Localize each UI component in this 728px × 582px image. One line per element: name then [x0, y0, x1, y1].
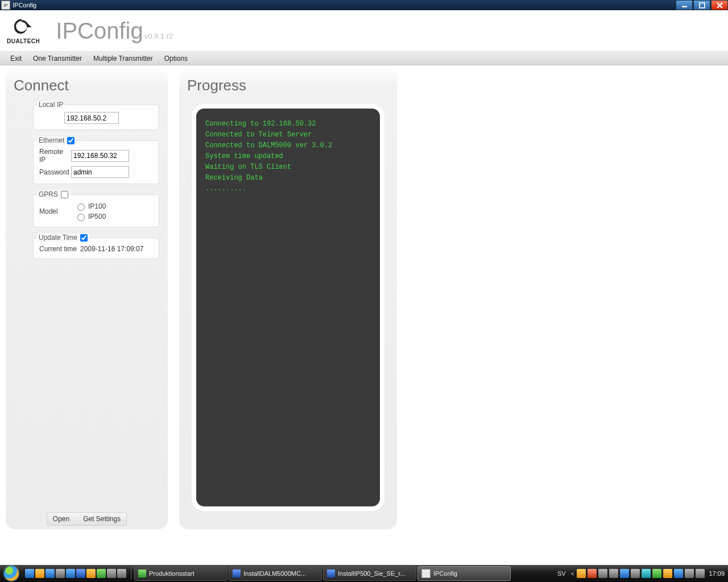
connect-buttonrow: Open Get Settings	[6, 512, 168, 526]
app-header: DUALTECH IPConfigv0.9.1 r2	[0, 10, 728, 51]
taskbar-item-label: InstallIP500_Sie_SE_r...	[338, 570, 406, 577]
remote-ip-label: Remote IP	[39, 148, 71, 164]
ql-ie-icon[interactable]	[46, 569, 55, 578]
ql-icon-2[interactable]	[35, 569, 44, 578]
taskbar-item-installdalm[interactable]: InstallDALM5000MC...	[229, 566, 322, 581]
tray-icon-3[interactable]	[598, 569, 607, 578]
quicklaunch	[23, 569, 129, 578]
menubar: Exit One Transmitter Multiple Transmitte…	[0, 51, 728, 65]
taskbar-item-produktionsstart[interactable]: Produktionsstart	[134, 566, 228, 581]
update-time-group: Update Time Current time 2009-11-16 17:0…	[33, 238, 159, 259]
model-label: Model	[39, 207, 65, 215]
ql-icon-8[interactable]	[97, 569, 106, 578]
ql-icon-4[interactable]	[56, 569, 65, 578]
taskbar-item-icon	[233, 569, 241, 577]
close-button[interactable]	[711, 0, 728, 10]
get-settings-button[interactable]: Get Settings	[81, 514, 123, 523]
taskbar-item-label: Produktionsstart	[149, 570, 194, 577]
ql-icon-9[interactable]	[107, 569, 116, 578]
tray-clock[interactable]: 17:09	[709, 570, 725, 577]
gprs-group: GPRS Model IP100 IP500	[33, 194, 159, 227]
gprs-label: GPRS	[39, 190, 58, 198]
password-label: Password	[39, 168, 71, 176]
ethernet-checkbox[interactable]	[67, 137, 75, 144]
brand-text: DUALTECH	[7, 38, 40, 44]
update-time-label: Update Time	[39, 234, 77, 242]
app-window: IP IPConfig DUALTECH IPConfigv0.9.1 r2	[0, 0, 728, 582]
taskbar: Produktionsstart InstallDALM5000MC... In…	[0, 565, 728, 582]
menu-options[interactable]: Options	[159, 52, 193, 65]
taskbar-item-installip500[interactable]: InstallIP500_Sie_SE_r...	[323, 566, 416, 581]
start-orb-icon	[4, 566, 19, 581]
local-ip-input[interactable]	[64, 112, 119, 124]
ql-icon-7[interactable]	[86, 569, 96, 578]
model-ip100-label: IP100	[88, 202, 106, 210]
tray-icon-8[interactable]	[652, 569, 661, 578]
ql-icon-5[interactable]	[66, 569, 75, 578]
model-ip100-option[interactable]: IP100	[75, 202, 106, 211]
taskbar-item-icon	[421, 569, 431, 578]
gprs-checkbox[interactable]	[61, 191, 68, 198]
local-ip-label: Local IP	[37, 101, 65, 109]
progress-panel: Progress Connecting to 192.168.50.32 Con…	[179, 69, 397, 529]
ql-cmd-icon[interactable]	[117, 569, 126, 578]
open-button[interactable]: Open	[51, 514, 72, 523]
maximize-button[interactable]	[693, 0, 710, 10]
progress-title: Progress	[187, 77, 389, 94]
app-name: IPConfig	[56, 18, 143, 43]
ql-word-icon[interactable]	[76, 569, 85, 578]
dualtech-logo: DUALTECH	[7, 18, 40, 44]
model-ip500-radio[interactable]	[77, 214, 85, 221]
tray-icon-2[interactable]	[588, 569, 597, 578]
local-ip-group: Local IP	[33, 105, 159, 130]
model-ip500-label: IP500	[88, 213, 106, 221]
tray-volume-icon[interactable]	[696, 569, 705, 578]
app-version: v0.9.1 r2	[144, 32, 173, 40]
ethernet-group: Ethernet Remote IP Password	[33, 140, 159, 184]
password-input[interactable]	[71, 166, 129, 178]
taskbar-item-icon	[327, 569, 335, 577]
taskbar-item-label: InstallDALM5000MC...	[243, 570, 306, 577]
client-area: DUALTECH IPConfigv0.9.1 r2 Exit One Tran…	[0, 10, 728, 565]
taskbar-item-label: IPConfig	[433, 570, 457, 577]
tray-icon-10[interactable]	[674, 569, 683, 578]
tray-icon-6[interactable]	[631, 569, 640, 578]
connect-panel: Connect Local IP Ethernet Remote IP	[6, 69, 168, 529]
progress-terminal: Connecting to 192.168.50.32 Connected to…	[196, 109, 380, 506]
menu-multiple-transmitter[interactable]: Multiple Transmitter	[88, 52, 159, 65]
svg-rect-1	[700, 3, 705, 8]
menu-exit[interactable]: Exit	[5, 52, 27, 65]
language-indicator[interactable]: SV	[557, 570, 566, 577]
ql-show-desktop-icon[interactable]	[25, 569, 34, 578]
system-tray: SV < 17:09	[557, 569, 728, 578]
taskbar-separator	[131, 567, 131, 580]
tray-icon-7[interactable]	[642, 569, 651, 578]
update-time-checkbox[interactable]	[80, 234, 88, 242]
minimize-button[interactable]	[676, 0, 693, 10]
taskbar-item-icon	[138, 569, 146, 577]
remote-ip-input[interactable]	[71, 150, 129, 162]
model-ip500-option[interactable]: IP500	[75, 212, 106, 221]
logo-icon	[10, 18, 37, 37]
tray-icon-4[interactable]	[609, 569, 618, 578]
tray-icon-5[interactable]	[620, 569, 629, 578]
app-icon: IP	[1, 1, 10, 10]
titlebar: IP IPConfig	[0, 0, 728, 10]
tray-icon-1[interactable]	[577, 569, 586, 578]
window-title: IPConfig	[13, 2, 36, 9]
workarea: Connect Local IP Ethernet Remote IP	[0, 64, 728, 565]
tray-network-icon[interactable]	[685, 569, 694, 578]
ethernet-label: Ethernet	[39, 136, 64, 144]
taskbar-item-ipconfig[interactable]: IPConfig	[417, 566, 511, 581]
start-button[interactable]	[0, 565, 23, 582]
menu-one-transmitter[interactable]: One Transmitter	[27, 52, 88, 65]
tray-expand-icon[interactable]: <	[571, 571, 574, 577]
current-time-label: Current time	[39, 245, 80, 253]
tray-icon-9[interactable]	[663, 569, 672, 578]
app-title: IPConfigv0.9.1 r2	[56, 18, 173, 44]
model-ip100-radio[interactable]	[77, 203, 85, 211]
current-time-value: 2009-11-16 17:09:07	[80, 245, 143, 253]
connect-title: Connect	[14, 77, 160, 94]
